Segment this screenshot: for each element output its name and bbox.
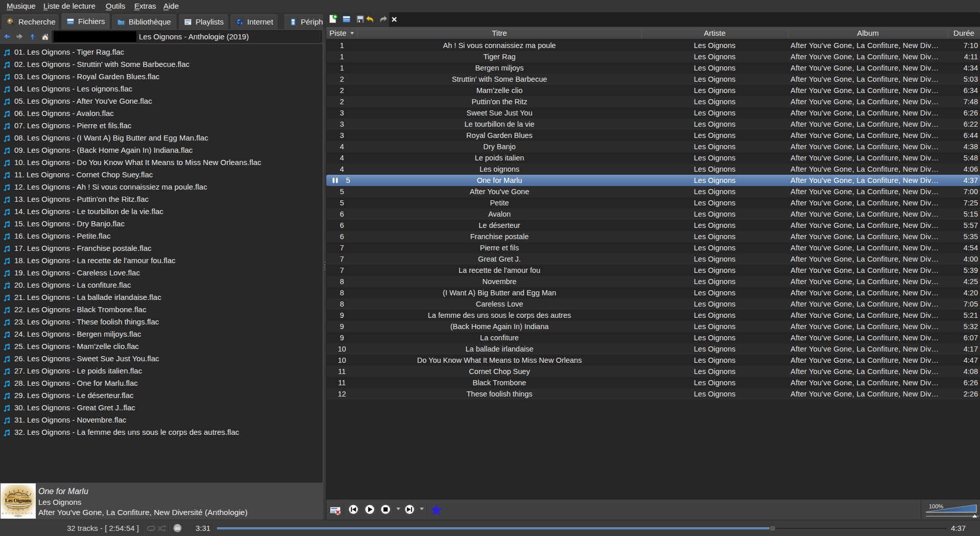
svg-text:as: as: [175, 525, 180, 531]
svg-text:ANTHOLOGIE: ANTHOLOGIE: [2, 512, 34, 515]
svg-text:100%: 100%: [929, 503, 943, 509]
svg-text:Les Oignons: Les Oignons: [5, 498, 32, 503]
